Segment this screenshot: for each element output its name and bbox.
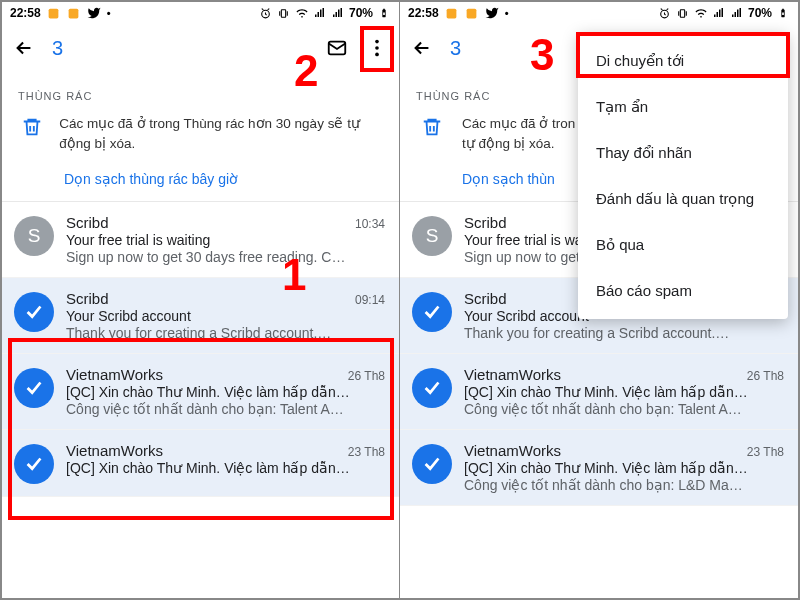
menu-move-to[interactable]: Di chuyển tới (578, 38, 788, 84)
alarm-icon (259, 6, 273, 20)
email-sender: Scribd (66, 290, 109, 307)
signal-icon-2 (331, 6, 345, 20)
app-icon-1 (47, 6, 61, 20)
email-row[interactable]: S Scribd 10:34 Your free trial is waitin… (2, 202, 399, 278)
app-icon-2 (67, 6, 81, 20)
email-sender: VietnamWorks (66, 442, 163, 459)
status-more: • (505, 7, 509, 19)
svg-point-6 (375, 46, 379, 50)
svg-rect-11 (681, 9, 685, 17)
annotation-number-2: 2 (294, 46, 318, 96)
avatar: S (412, 216, 452, 256)
svg-point-7 (375, 53, 379, 57)
twitter-icon (485, 6, 499, 20)
signal-icon (313, 6, 327, 20)
section-label: THÙNG RÁC (2, 72, 399, 108)
wifi-icon (295, 6, 309, 20)
email-subject: [QC] Xin chào Thư Minh. Việc làm hấp dẫn… (66, 384, 385, 400)
email-sender: VietnamWorks (66, 366, 163, 383)
svg-rect-1 (69, 8, 79, 18)
email-snippet: Công việc tốt nhất dành cho bạn: Talent … (464, 401, 784, 417)
back-button[interactable] (12, 36, 36, 60)
email-sender: Scribd (66, 214, 109, 231)
email-row[interactable]: VietnamWorks 23 Th8 [QC] Xin chào Thư Mi… (2, 430, 399, 497)
email-time: 26 Th8 (747, 369, 784, 383)
check-avatar (412, 368, 452, 408)
email-snippet: Thank you for creating a Scribd account.… (464, 325, 784, 341)
app-icon-1 (445, 6, 459, 20)
email-row[interactable]: VietnamWorks 23 Th8 [QC] Xin chào Thư Mi… (400, 430, 798, 506)
email-sender: Scribd (464, 290, 507, 307)
email-sender: VietnamWorks (464, 366, 561, 383)
svg-rect-9 (467, 8, 477, 18)
email-time: 23 Th8 (348, 445, 385, 459)
menu-mute[interactable]: Bỏ qua (578, 222, 788, 268)
email-sender: VietnamWorks (464, 442, 561, 459)
selection-count: 3 (450, 37, 461, 60)
vibrate-icon (277, 6, 291, 20)
email-subject: [QC] Xin chào Thư Minh. Việc làm hấp dẫn… (66, 460, 385, 476)
email-row[interactable]: Scribd 09:14 Your Scribd account Thank y… (2, 278, 399, 354)
alarm-icon (658, 6, 672, 20)
toolbar: 3 (2, 24, 399, 72)
trash-notice-text: Các mục đã ở trontự động bị xóa. (462, 114, 575, 153)
annotation-number-1: 1 (282, 250, 306, 300)
email-snippet: Thank you for creating a Scribd account.… (66, 325, 385, 341)
status-battery: 70% (349, 6, 373, 20)
check-avatar (14, 368, 54, 408)
svg-rect-0 (49, 8, 59, 18)
wifi-icon (694, 6, 708, 20)
battery-icon (776, 6, 790, 20)
overflow-menu-button[interactable] (365, 36, 389, 60)
email-subject: [QC] Xin chào Thư Minh. Việc làm hấp dẫn… (464, 460, 784, 476)
status-battery: 70% (748, 6, 772, 20)
email-time: 10:34 (355, 217, 385, 231)
email-subject: [QC] Xin chào Thư Minh. Việc làm hấp dẫn… (464, 384, 784, 400)
email-time: 23 Th8 (747, 445, 784, 459)
check-avatar (412, 444, 452, 484)
svg-point-5 (375, 40, 379, 44)
mail-icon[interactable] (325, 36, 349, 60)
menu-snooze[interactable]: Tạm ẩn (578, 84, 788, 130)
status-time: 22:58 (10, 6, 41, 20)
trash-notice: Các mục đã ở trong Thùng rác hơn 30 ngày… (2, 108, 399, 157)
email-subject: Your free trial is waiting (66, 232, 385, 248)
status-bar: 22:58 • (400, 2, 798, 24)
status-bar: 22:58 • (2, 2, 399, 24)
email-row[interactable]: VietnamWorks 26 Th8 [QC] Xin chào Thư Mi… (2, 354, 399, 430)
check-avatar (14, 292, 54, 332)
email-sender: Scribd (464, 214, 507, 231)
svg-rect-8 (447, 8, 457, 18)
signal-icon (712, 6, 726, 20)
annotation-number-3: 3 (530, 30, 554, 80)
check-avatar (14, 444, 54, 484)
menu-report-spam[interactable]: Báo cáo spam (578, 268, 788, 313)
right-screenshot: 22:58 • (400, 2, 798, 598)
email-snippet: Sign up now to get 30 days free reading.… (66, 249, 385, 265)
battery-icon (377, 6, 391, 20)
signal-icon-2 (730, 6, 744, 20)
email-time: 26 Th8 (348, 369, 385, 383)
trash-icon (21, 116, 43, 142)
left-screenshot: 22:58 • (2, 2, 400, 598)
email-subject: Your Scribd account (66, 308, 385, 324)
email-row[interactable]: VietnamWorks 26 Th8 [QC] Xin chào Thư Mi… (400, 354, 798, 430)
app-icon-2 (465, 6, 479, 20)
check-avatar (412, 292, 452, 332)
email-snippet: Công việc tốt nhất dành cho bạn: L&D Ma… (464, 477, 784, 493)
status-more: • (107, 7, 111, 19)
menu-mark-important[interactable]: Đánh dấu là quan trọng (578, 176, 788, 222)
trash-notice-text: Các mục đã ở trong Thùng rác hơn 30 ngày… (59, 114, 383, 153)
empty-trash-link[interactable]: Dọn sạch thùng rác bây giờ (2, 157, 399, 202)
email-time: 09:14 (355, 293, 385, 307)
status-time: 22:58 (408, 6, 439, 20)
twitter-icon (87, 6, 101, 20)
svg-rect-3 (282, 9, 286, 17)
selection-count: 3 (52, 37, 63, 60)
overflow-menu: Di chuyển tới Tạm ẩn Thay đổi nhãn Đánh … (578, 32, 788, 319)
back-button[interactable] (410, 36, 434, 60)
email-snippet: Công việc tốt nhất dành cho bạn: Talent … (66, 401, 385, 417)
menu-change-label[interactable]: Thay đổi nhãn (578, 130, 788, 176)
vibrate-icon (676, 6, 690, 20)
trash-icon (421, 116, 443, 142)
